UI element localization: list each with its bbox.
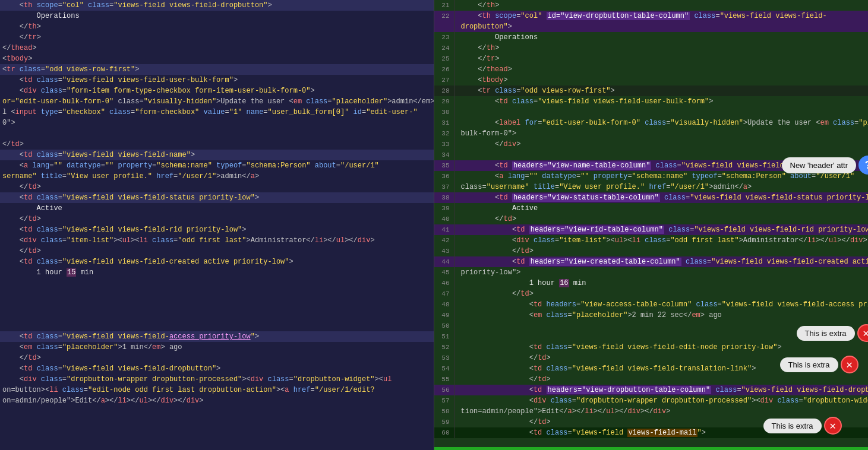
code-line: 55 </td> [434, 374, 869, 385]
code-line: 22 <th scope="col" id="view-dropbutton-t… [434, 11, 869, 21]
code-line: 41 <td headers="view-rid-table-column" c… [434, 224, 869, 235]
code-line: <td class="views-field views-field-rid p… [0, 224, 434, 235]
code-line: <tr class="odd views-row-first"> [0, 64, 434, 75]
code-line: </td> [0, 182, 434, 192]
code-line: 1 hour 15 min [0, 267, 434, 278]
left-code-area: <th scope="col" class="views-field views… [0, 0, 434, 450]
code-line: <div class="form-item form-type-checkbox… [0, 85, 434, 96]
code-line: 47 </td> [434, 289, 869, 299]
code-line: <th scope="col" class="views-field views… [0, 0, 434, 11]
code-line: 32 bulk-form-0"> [434, 128, 869, 139]
code-line: 0"> [0, 118, 434, 128]
code-line: <td class="views-field views-field-creat… [0, 256, 434, 267]
code-line: on=admin/people">Edit</a></li></ul></div… [0, 395, 434, 406]
code-line: 25 </tr> [434, 53, 869, 64]
extra-label-2: This is extra [780, 357, 838, 372]
code-line: sername" title="View user profile." href… [0, 171, 434, 182]
code-line: on=button><li class="edit-node odd first… [0, 385, 434, 395]
code-line: 37 class="username" title="View user pro… [434, 182, 869, 192]
code-line: </tr> [0, 32, 434, 43]
right-pane: 21 </th> 22 <th scope="col" id="view-dro… [434, 0, 869, 450]
code-line [0, 289, 434, 299]
code-line: 30 [434, 107, 869, 118]
extra-label-1: This is extra [797, 326, 855, 341]
code-line: </td> [0, 214, 434, 224]
code-line [0, 321, 434, 331]
code-line: </td> [0, 353, 434, 363]
extra-close-1[interactable]: ✕ [857, 324, 868, 342]
code-line: 57 <div class="dropbutton-wrapper dropbu… [434, 395, 869, 406]
code-line [0, 278, 434, 289]
code-line: Operations [0, 11, 434, 21]
code-line: or="edit-user-bulk-form-0" class="visual… [0, 96, 434, 107]
code-line: <td class="views-field views-field-statu… [0, 192, 434, 203]
code-line: 58 tion=admin/people">Edit</a></li></ul>… [434, 406, 869, 417]
status-bar [434, 447, 869, 450]
code-line [0, 310, 434, 321]
code-line: 49 <em class="placeholder">2 min 22 sec<… [434, 310, 869, 321]
header-attr-label: New 'header' attr [782, 157, 856, 173]
code-line: <div class="dropbutton-wrapper dropbutto… [0, 374, 434, 385]
code-line [0, 299, 434, 310]
code-line: <td class="views-field views-field-name"… [0, 150, 434, 160]
question-icon: ? [858, 156, 868, 175]
code-line: 28 <tr class="odd views-row-first"> [434, 85, 869, 96]
extra-callout-2: This is extra ✕ [780, 356, 858, 373]
code-line: 46 1 hour 16 min [434, 278, 869, 289]
code-line: dropbutton"> [434, 21, 869, 32]
code-line: l <input type="checkbox" class="form-che… [0, 107, 434, 118]
code-line: 42 <div class="item-list"><ul><li class=… [434, 235, 869, 246]
code-line: 23 Operations [434, 32, 869, 43]
code-line: 43 </td> [434, 246, 869, 256]
extra-close-3[interactable]: ✕ [824, 417, 842, 435]
code-line: 38 <td headers="view-status-table-column… [434, 192, 869, 203]
code-line: 21 </th> [434, 0, 869, 11]
code-line: 40 </td> [434, 214, 869, 224]
code-line: 29 <td class="views-field views-field-us… [434, 96, 869, 107]
code-line: 26 </thead> [434, 64, 869, 75]
code-line: 52 <td class="views-field views-field-ed… [434, 342, 869, 353]
code-line: <td class="views-field views-field-dropb… [0, 363, 434, 374]
code-line: </th> [0, 21, 434, 32]
code-line: </td> [0, 246, 434, 256]
code-line: 48 <td headers="view-access-table-column… [434, 299, 869, 310]
right-code-area: 21 </th> 22 <th scope="col" id="view-dro… [434, 0, 869, 450]
code-line: 44 <td headers="view-created-table-colum… [434, 256, 869, 267]
code-line: 31 <label for="edit-user-bulk-form-0" cl… [434, 118, 869, 128]
extra-callout-3: This is extra ✕ [763, 417, 842, 435]
code-line: <div class="item-list"><ul><li class="od… [0, 235, 434, 246]
extra-label-3: This is extra [763, 419, 822, 433]
code-line: </td> [0, 139, 434, 150]
code-line: <a lang="" datatype="" property="schema:… [0, 160, 434, 171]
code-line: 56 <td headers="view-dropbutton-table-co… [434, 385, 869, 395]
left-pane: <th scope="col" class="views-field views… [0, 0, 434, 450]
code-line: 39 Active [434, 203, 869, 214]
extra-close-2[interactable]: ✕ [841, 356, 858, 373]
code-line [0, 128, 434, 139]
extra-callout-1: This is extra ✕ [797, 324, 869, 342]
code-line: <td class="views-field views-field-user-… [0, 75, 434, 85]
code-line: Active [0, 203, 434, 214]
code-line: </thead> [0, 43, 434, 53]
code-line: <tbody> [0, 53, 434, 64]
code-line: 24 </th> [434, 43, 869, 53]
code-line: 45 priority-low"> [434, 267, 869, 278]
header-attr-callout: New 'header' attr ? [782, 156, 869, 175]
code-line: 27 <tbody> [434, 75, 869, 85]
code-line: <em class="placeholder">1 min</em> ago [0, 342, 434, 353]
code-line: <td class="views-field views-field-acces… [0, 331, 434, 342]
code-line: 33 </div> [434, 139, 869, 150]
